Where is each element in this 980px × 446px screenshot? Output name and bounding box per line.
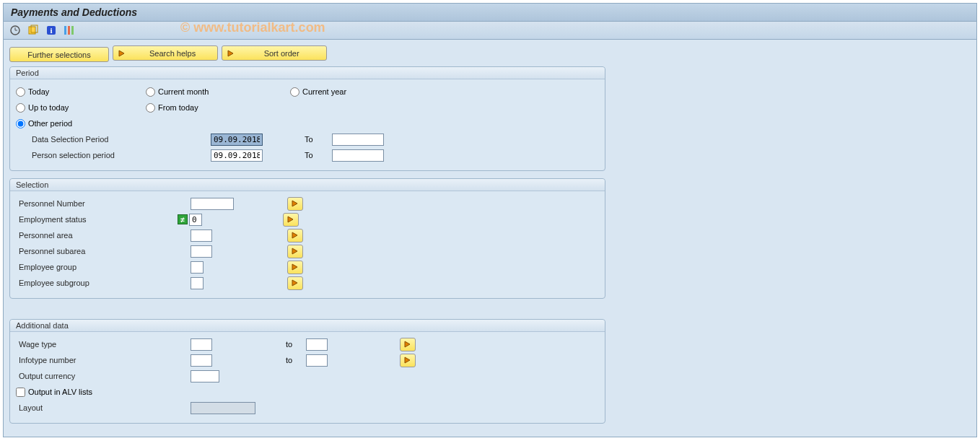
employee-group-multi-button[interactable] [287,261,303,274]
arrow-right-icon [227,49,235,58]
employee-subgroup-input[interactable] [191,277,204,289]
output-currency-input[interactable] [191,370,219,382]
wage-type-to-input[interactable] [306,338,328,351]
employment-status-multi-button[interactable] [283,213,299,227]
svg-rect-9 [71,26,74,35]
wage-type-from-input[interactable] [191,338,212,351]
employee-subgroup-multi-button[interactable] [287,276,303,290]
employment-status-input[interactable] [189,214,202,226]
page-title: Payments and Deductions [4,4,976,22]
data-selection-from-input[interactable] [211,134,263,146]
employee-group-label: Employee group [16,263,167,271]
period-group: Period Today Up to today Other period Cu… [9,66,605,171]
employee-group-input[interactable] [191,261,204,274]
additional-data-legend: Additional data [10,320,605,332]
personnel-area-multi-button[interactable] [287,229,303,242]
period-fromtoday-radio[interactable]: From today [146,103,198,113]
personnel-area-input[interactable] [191,229,212,242]
svg-rect-8 [68,26,70,35]
personnel-area-label: Personnel area [16,231,167,240]
period-other-radio[interactable]: Other period [16,119,72,128]
arrow-right-icon [118,49,126,58]
employment-status-label: Employment status [16,215,167,224]
personnel-subarea-label: Personnel subarea [16,247,167,255]
personnel-subarea-multi-button[interactable] [287,245,303,258]
data-selection-period-label: Data Selection Period [16,135,167,144]
infotype-multi-button[interactable] [400,354,416,367]
search-helps-button[interactable]: Search helps [113,45,218,61]
sort-order-button[interactable]: Sort order [222,45,327,61]
layout-label: Layout [16,403,167,412]
to-label: To [303,151,332,159]
period-legend: Period [10,67,605,79]
personnel-number-input[interactable] [191,198,234,210]
period-today-radio[interactable]: Today [16,87,49,97]
variant-icon[interactable] [27,25,39,36]
structure-icon[interactable] [64,25,75,36]
layout-input[interactable] [191,402,255,414]
personnel-number-multi-button[interactable] [287,197,303,211]
selection-legend: Selection [10,179,605,191]
app-toolbar: i © www.tutorialkart.com [4,22,976,40]
output-alv-checkbox[interactable]: Output in ALV lists [16,388,92,397]
not-equal-icon[interactable]: ≠ [178,214,188,224]
data-selection-to-input[interactable] [332,134,384,146]
person-selection-to-input[interactable] [332,149,384,162]
svg-rect-7 [64,26,66,35]
personnel-number-label: Personnel Number [16,199,167,208]
personnel-subarea-input[interactable] [191,245,212,258]
to-label: To [303,135,332,144]
info-icon[interactable]: i [45,25,57,36]
output-currency-label: Output currency [16,372,167,380]
infotype-to-input[interactable] [306,354,328,367]
additional-data-group: Additional data Wage type to Infotype nu… [9,319,605,424]
infotype-number-label: Infotype number [16,356,167,364]
svg-text:i: i [51,26,53,35]
to-label: to [284,340,306,349]
period-curmonth-radio[interactable]: Current month [146,87,209,97]
wage-type-label: Wage type [16,340,167,349]
period-uptotoday-radio[interactable]: Up to today [16,103,69,113]
execute-icon[interactable] [9,25,21,36]
selection-buttons: Further selections Search helps Sort ord… [9,45,971,62]
further-selections-button[interactable]: Further selections [9,47,109,62]
to-label: to [284,356,306,364]
infotype-from-input[interactable] [191,354,212,367]
wage-type-multi-button[interactable] [400,338,416,351]
person-selection-from-input[interactable] [211,149,263,162]
employee-subgroup-label: Employee subgroup [16,279,167,287]
period-curyear-radio[interactable]: Current year [290,87,346,97]
watermark: © www.tutorialkart.com [180,20,325,35]
selection-group: Selection Personnel Number Employment st… [9,178,605,299]
person-selection-period-label: Person selection period [16,151,167,159]
